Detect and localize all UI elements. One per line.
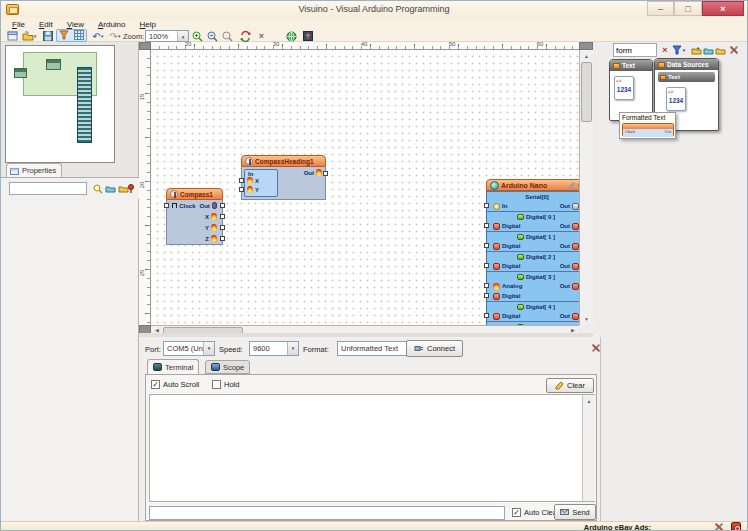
pin-type-icon [572, 313, 579, 320]
refresh-button[interactable] [239, 30, 252, 42]
delete-button[interactable]: × [255, 30, 268, 42]
clear-button[interactable]: Clear [546, 378, 594, 393]
pin-connector[interactable] [220, 236, 225, 241]
auto-clear-checkbox[interactable]: ✓ Auto Clear [512, 508, 559, 517]
menu-item[interactable]: Edit [33, 19, 59, 30]
clear-search-icon[interactable]: × [659, 44, 671, 56]
pin-panel-icon[interactable] [125, 182, 138, 195]
pin-connector[interactable] [220, 214, 225, 219]
connect-button[interactable]: Connect [406, 340, 463, 357]
clear-broom-icon [555, 381, 564, 390]
pin-connector[interactable] [484, 243, 489, 248]
pin-connector[interactable] [164, 203, 169, 208]
properties-tab-label: Properties [22, 166, 56, 175]
component-header[interactable]: Arduino Nano [486, 179, 579, 191]
window-title: Visuino - Visual Arduino Programming [1, 4, 747, 14]
maximize-button[interactable]: □ [674, 1, 702, 16]
send-button[interactable]: Send [554, 504, 596, 520]
component-header[interactable]: Compass1 [166, 188, 223, 200]
pin-connector[interactable] [220, 225, 225, 230]
checkbox-check-icon[interactable]: ✓ [151, 380, 160, 389]
new-project-button[interactable] [6, 30, 19, 42]
design-canvas[interactable]: Compass1 Clock Out [151, 50, 579, 325]
pin-connector[interactable] [484, 263, 489, 268]
pin-connector[interactable] [484, 223, 489, 228]
scrollbar-thumb[interactable] [581, 62, 592, 122]
port-select[interactable]: COM5 (Unav ▾ [163, 341, 215, 356]
component-arduino-nano[interactable]: Arduino Nano Serial[0] [486, 179, 579, 325]
scroll-up-icon[interactable]: ▲ [583, 396, 595, 406]
pin-connector[interactable] [484, 283, 489, 288]
checkbox-check-icon[interactable]: ✓ [512, 508, 521, 517]
category-header[interactable]: Data Sources [655, 59, 718, 70]
send-input[interactable] [149, 506, 505, 520]
pin-type-icon [493, 283, 500, 290]
status-tools-icon[interactable] [714, 522, 725, 531]
canvas-vertical-scrollbar[interactable]: ▲ ▼ [579, 50, 593, 325]
pin-connector[interactable] [484, 313, 489, 318]
zoom-reset-button[interactable] [221, 30, 234, 42]
zoom-select[interactable]: 100% ▾ [145, 30, 189, 42]
port-dropdown-icon[interactable]: ▾ [203, 342, 214, 355]
scroll-up-icon[interactable]: ▲ [580, 51, 593, 61]
filter-dropdown-icon[interactable]: ▾ [681, 44, 687, 56]
card-top-text: a,b [668, 89, 684, 94]
filter-components-toggle[interactable] [59, 30, 69, 42]
component-card-formatted-text[interactable]: a,b 1234 [666, 87, 686, 111]
pin-connector[interactable] [484, 203, 489, 208]
tab-scope[interactable]: Scope [205, 360, 250, 374]
pin-connector[interactable] [484, 293, 489, 298]
expand-all-icon[interactable] [702, 44, 714, 56]
properties-search-icon[interactable] [91, 182, 104, 195]
upload-button[interactable] [301, 30, 314, 42]
menu-item[interactable]: Help [134, 19, 162, 30]
component-search-input[interactable] [613, 43, 657, 57]
compile-button[interactable] [285, 30, 298, 42]
pin-connector[interactable] [323, 171, 328, 176]
menu-item[interactable]: View [61, 19, 90, 30]
scroll-down-icon[interactable]: ▼ [580, 314, 593, 324]
close-button[interactable]: × [702, 1, 744, 16]
checkbox-box[interactable] [212, 380, 221, 389]
subcategory-text[interactable]: Text [658, 72, 715, 82]
menu-item[interactable]: File [6, 19, 31, 30]
pin-connector[interactable] [220, 203, 225, 208]
collapse-all-icon[interactable] [714, 44, 726, 56]
terminal-output[interactable]: ▲ [149, 394, 595, 502]
speed-dropdown-icon[interactable]: ▾ [287, 342, 298, 355]
component-card-formatted-text[interactable]: a,b 1234 [614, 76, 634, 100]
tab-properties[interactable]: Properties [6, 163, 62, 177]
compass-clock-row: Clock Out [167, 200, 222, 211]
speed-select[interactable]: 9600 ▾ [249, 341, 299, 356]
pin-output-group: Out [560, 263, 579, 270]
wrench-icon[interactable] [568, 181, 576, 189]
ruler-corner [579, 42, 593, 50]
zoom-out-button[interactable] [206, 30, 219, 42]
open-project-button[interactable] [21, 30, 34, 42]
pin-output-group: Out [560, 203, 579, 210]
hold-checkbox[interactable]: Hold [212, 380, 239, 389]
terminal-scrollbar[interactable]: ▲ [582, 395, 595, 501]
properties-filter-input[interactable] [9, 182, 87, 195]
zoom-dropdown-icon[interactable]: ▾ [177, 31, 188, 41]
add-category-icon[interactable] [690, 44, 702, 56]
component-header[interactable]: CompassHeading1 [241, 155, 326, 167]
open-dropdown-icon[interactable]: ▾ [34, 33, 40, 39]
minimize-button[interactable]: – [647, 1, 674, 16]
tab-terminal[interactable]: Terminal [147, 359, 199, 374]
overview-minimap[interactable] [5, 45, 115, 163]
category-header[interactable]: Text [610, 60, 652, 71]
serial-terminal-panel: Port: COM5 (Unav ▾ Speed: 9600 ▾ Format:… [139, 337, 601, 521]
grid-view-toggle[interactable] [74, 30, 84, 42]
pin-connector[interactable] [239, 187, 244, 192]
save-button[interactable] [41, 30, 54, 42]
palette-tools-icon[interactable] [728, 44, 740, 56]
component-compassheading1[interactable]: CompassHeading1 In X [241, 155, 326, 200]
status-stop-icon[interactable] [731, 522, 741, 531]
menu-item[interactable]: Arduino [92, 19, 132, 30]
pin-connector[interactable] [239, 178, 244, 183]
auto-scroll-checkbox[interactable]: ✓ Auto Scroll [151, 380, 199, 389]
component-compass1[interactable]: Compass1 Clock Out [166, 188, 223, 245]
zoom-in-button[interactable] [191, 30, 204, 42]
expand-categories-icon[interactable] [104, 182, 117, 195]
